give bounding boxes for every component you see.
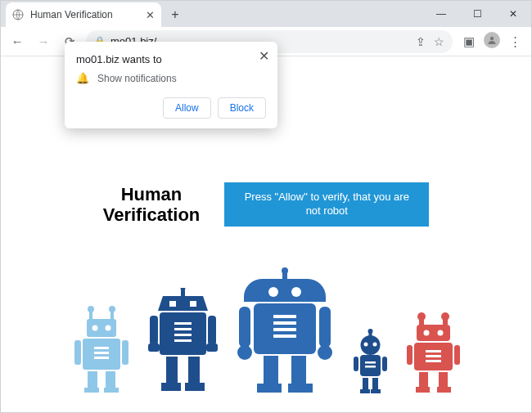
svg-rect-37 — [282, 271, 287, 279]
svg-rect-10 — [88, 371, 97, 389]
forward-button[interactable]: → — [34, 32, 53, 52]
svg-point-1 — [490, 36, 494, 39]
svg-rect-58 — [382, 357, 387, 371]
svg-rect-9 — [122, 340, 128, 365]
svg-rect-18 — [94, 357, 109, 359]
svg-rect-71 — [417, 325, 450, 341]
svg-rect-43 — [264, 356, 278, 385]
svg-rect-83 — [426, 360, 441, 362]
svg-point-79 — [423, 330, 429, 336]
svg-point-42 — [318, 345, 332, 360]
block-button[interactable]: Block — [218, 97, 266, 119]
svg-rect-25 — [206, 343, 218, 352]
popup-close-icon[interactable]: ✕ — [259, 48, 269, 64]
svg-point-55 — [360, 335, 380, 355]
window-controls: — ☐ ✕ — [423, 1, 531, 27]
svg-rect-12 — [84, 388, 99, 393]
share-icon[interactable]: ⇪ — [416, 35, 426, 48]
svg-rect-44 — [291, 356, 306, 385]
svg-point-80 — [437, 330, 443, 336]
svg-rect-29 — [185, 383, 205, 391]
svg-rect-45 — [257, 384, 282, 393]
svg-rect-16 — [94, 347, 109, 349]
svg-rect-5 — [110, 309, 114, 319]
svg-rect-74 — [454, 345, 460, 365]
svg-rect-26 — [166, 357, 178, 384]
svg-rect-70 — [443, 316, 448, 325]
svg-rect-8 — [74, 340, 81, 365]
profile-avatar[interactable] — [484, 32, 500, 48]
svg-point-41 — [237, 345, 252, 360]
svg-rect-35 — [174, 339, 192, 342]
tab-close-icon[interactable]: ✕ — [146, 9, 155, 21]
svg-rect-34 — [174, 334, 192, 336]
svg-rect-73 — [407, 345, 413, 365]
svg-rect-78 — [437, 387, 451, 393]
svg-rect-61 — [360, 389, 370, 393]
menu-button[interactable]: ⋮ — [505, 32, 525, 52]
minimize-button[interactable]: — — [423, 1, 459, 27]
heading-line2: Verification — [103, 204, 201, 225]
svg-rect-50 — [273, 321, 296, 325]
svg-rect-46 — [288, 384, 313, 393]
extensions-icon[interactable]: ▣ — [459, 32, 479, 52]
svg-rect-76 — [439, 372, 448, 388]
svg-point-47 — [268, 287, 278, 297]
svg-rect-39 — [239, 307, 250, 348]
instruction-banner: Press "Allow" to verify, that you are no… — [224, 182, 429, 227]
tab-strip: Human Verification ✕ + — ☐ ✕ — [1, 1, 531, 27]
new-tab-button[interactable]: + — [165, 4, 186, 25]
back-button[interactable]: ← — [7, 32, 27, 52]
svg-rect-49 — [273, 315, 296, 318]
popup-permission-text: Show notifications — [97, 73, 177, 84]
svg-point-14 — [92, 325, 97, 331]
svg-rect-51 — [273, 328, 296, 331]
tab-human-verification[interactable]: Human Verification ✕ — [6, 2, 161, 27]
globe-icon — [12, 9, 24, 20]
svg-point-48 — [291, 287, 301, 297]
notification-permission-popup: ✕ mo01.biz wants to 🔔 Show notifications… — [65, 42, 277, 128]
svg-point-64 — [372, 343, 376, 347]
svg-rect-11 — [106, 371, 115, 389]
allow-button[interactable]: Allow — [163, 97, 211, 119]
svg-rect-65 — [365, 361, 376, 364]
svg-point-63 — [363, 343, 367, 347]
bell-icon: 🔔 — [76, 72, 89, 84]
svg-rect-31 — [190, 301, 196, 307]
heading-line1: Human — [103, 184, 201, 204]
svg-rect-62 — [371, 389, 381, 393]
svg-rect-17 — [94, 352, 109, 354]
svg-rect-28 — [161, 383, 181, 391]
svg-rect-33 — [174, 328, 192, 330]
svg-rect-69 — [419, 316, 424, 325]
page-heading: Human Verification — [103, 184, 201, 226]
robot-icon-3 — [236, 267, 334, 394]
svg-rect-13 — [104, 388, 119, 393]
svg-rect-60 — [372, 378, 378, 391]
svg-rect-24 — [148, 343, 160, 352]
window-close-button[interactable]: ✕ — [495, 1, 531, 27]
svg-rect-27 — [188, 357, 200, 384]
svg-rect-40 — [319, 307, 331, 348]
svg-rect-66 — [365, 366, 376, 368]
svg-rect-52 — [273, 334, 296, 338]
svg-rect-82 — [426, 355, 441, 357]
robot-icon-5 — [407, 312, 460, 394]
svg-rect-22 — [150, 316, 158, 345]
tab-title: Human Verification — [30, 9, 139, 20]
svg-rect-23 — [208, 316, 216, 345]
svg-rect-75 — [419, 372, 428, 388]
svg-point-15 — [105, 325, 110, 331]
maximize-button[interactable]: ☐ — [459, 1, 495, 27]
robots-illustration — [1, 267, 531, 394]
svg-rect-32 — [174, 322, 192, 325]
svg-rect-59 — [363, 378, 368, 391]
svg-rect-57 — [354, 357, 358, 371]
robot-icon-1 — [73, 304, 130, 394]
svg-rect-30 — [169, 301, 176, 307]
robot-icon-2 — [148, 288, 218, 394]
svg-rect-81 — [426, 350, 441, 352]
robot-icon-4 — [352, 329, 389, 394]
bookmark-icon[interactable]: ☆ — [434, 35, 444, 48]
svg-rect-4 — [89, 309, 92, 319]
